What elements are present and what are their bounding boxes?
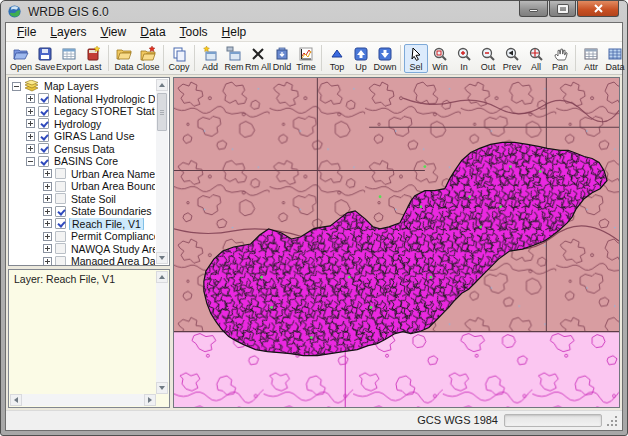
toolbar-button-rm-all[interactable]: Rm All — [246, 44, 270, 73]
tree-item-giras[interactable]: GIRAS Land Use — [12, 130, 155, 143]
resize-grip-icon[interactable] — [606, 415, 619, 428]
toolbar-button-down[interactable]: Down — [373, 44, 397, 73]
toolbar-button-last[interactable]: Last — [81, 44, 105, 73]
toolbar-button-dnld[interactable]: Dnld — [270, 44, 294, 73]
expand-icon[interactable] — [26, 119, 35, 128]
layer-checkbox[interactable] — [38, 131, 49, 142]
toolbar-button-open[interactable]: Open — [9, 44, 33, 73]
scroll-up-arrow-icon[interactable] — [156, 271, 168, 283]
tree-item-label: Urban Area Names — [69, 168, 155, 180]
tree-item-urban-boundaries[interactable]: Urban Area Boundaries — [12, 180, 155, 193]
map-canvas[interactable] — [174, 78, 619, 407]
tree-item-reach-file[interactable]: Reach File, V1 — [12, 218, 155, 231]
menu-bar: File Layers View Data Tools Help — [6, 23, 622, 42]
toolbar-button-attr[interactable]: Attr — [579, 44, 603, 73]
menu-tools[interactable]: Tools — [173, 24, 215, 40]
tree-item-nhd[interactable]: National Hydrologic Dataset — [12, 93, 155, 106]
toolbar-button-export[interactable]: Export — [57, 44, 81, 73]
info-vertical-scrollbar[interactable] — [156, 271, 168, 394]
layer-checkbox[interactable] — [55, 256, 66, 266]
last-icon — [85, 46, 101, 62]
tree-item-managed-area[interactable]: Managed Area Databas — [12, 255, 155, 266]
tree-item-label: National Hydrologic Dataset — [52, 93, 155, 105]
expand-icon[interactable] — [43, 232, 52, 241]
layer-checkbox[interactable] — [38, 118, 49, 129]
expand-icon[interactable] — [43, 194, 52, 203]
expand-icon[interactable] — [26, 144, 35, 153]
scrollbar-thumb[interactable] — [157, 93, 167, 131]
toolbar-button-data-table[interactable]: Data — [603, 44, 627, 73]
toolbar-button-sel[interactable]: Sel — [404, 44, 428, 73]
toolbar-button-time[interactable]: Time — [294, 44, 318, 73]
toolbar-button-add[interactable]: Add — [198, 44, 222, 73]
expand-icon[interactable] — [43, 182, 52, 191]
expand-icon[interactable] — [43, 169, 52, 178]
toolbar-button-pan[interactable]: Pan — [548, 44, 572, 73]
toolbar-button-out[interactable]: Out — [476, 44, 500, 73]
expand-icon[interactable] — [26, 132, 35, 141]
collapse-icon[interactable] — [12, 82, 21, 91]
layer-checkbox[interactable] — [38, 143, 49, 154]
menu-view[interactable]: View — [93, 24, 133, 40]
scroll-right-arrow-icon[interactable] — [144, 394, 156, 406]
expand-icon[interactable] — [43, 219, 52, 228]
info-horizontal-scrollbar[interactable] — [10, 394, 156, 406]
tree-item-basins-core[interactable]: BASINS Core — [12, 155, 155, 168]
layer-checkbox[interactable] — [55, 193, 66, 204]
scroll-left-arrow-icon[interactable] — [10, 394, 22, 406]
title-bar[interactable]: WRDB GIS 6.0 — [1, 1, 627, 22]
toolbar-label: Top — [330, 62, 345, 72]
layer-checkbox[interactable] — [55, 231, 66, 242]
menu-layers[interactable]: Layers — [43, 24, 93, 40]
layer-checkbox[interactable] — [55, 218, 66, 229]
toolbar-button-all[interactable]: All — [524, 44, 548, 73]
toolbar-button-copy[interactable]: Copy — [167, 44, 191, 73]
scroll-down-arrow-icon[interactable] — [156, 382, 168, 394]
collapse-icon[interactable] — [26, 157, 35, 166]
toolbar-button-save[interactable]: Save — [33, 44, 57, 73]
tree-item-urban-names[interactable]: Urban Area Names — [12, 168, 155, 181]
toolbar-button-data-folder[interactable]: Data — [112, 44, 136, 73]
expand-icon[interactable] — [43, 207, 52, 216]
tree-item-state-soil[interactable]: State Soil — [12, 193, 155, 206]
menu-file[interactable]: File — [10, 24, 43, 40]
toolbar-button-up[interactable]: Up — [349, 44, 373, 73]
zoom-in-icon — [456, 46, 472, 62]
minimize-button[interactable] — [519, 1, 548, 17]
maximize-button[interactable] — [549, 1, 576, 17]
tree-item-permit-compliance[interactable]: Permit Compliance Sys — [12, 230, 155, 243]
menu-help[interactable]: Help — [215, 24, 254, 40]
tree-item-label: GIRAS Land Use — [52, 130, 137, 142]
layer-checkbox[interactable] — [38, 156, 49, 167]
layer-checkbox[interactable] — [38, 106, 49, 117]
toolbar-button-in[interactable]: In — [452, 44, 476, 73]
close-button[interactable] — [577, 1, 619, 17]
tree-item-state-boundaries[interactable]: State Boundaries — [12, 205, 155, 218]
tree-item-census[interactable]: Census Data — [12, 143, 155, 156]
layer-checkbox[interactable] — [55, 243, 66, 254]
select-cursor-icon — [408, 46, 424, 62]
expand-icon[interactable] — [26, 94, 35, 103]
toolbar-button-close-folder[interactable]: Close — [136, 44, 160, 73]
expand-icon[interactable] — [43, 244, 52, 253]
layer-checkbox[interactable] — [55, 206, 66, 217]
menu-data[interactable]: Data — [133, 24, 172, 40]
tree-item-hydrology[interactable]: Hydrology — [12, 118, 155, 131]
expand-icon[interactable] — [26, 107, 35, 116]
tree-item-nawqa[interactable]: NAWQA Study Area Un — [12, 243, 155, 256]
toolbar-button-top[interactable]: Top — [325, 44, 349, 73]
tree-item-storet[interactable]: Legacy STORET Stations — [12, 105, 155, 118]
toolbar-button-rem[interactable]: Rem — [222, 44, 246, 73]
layer-checkbox[interactable] — [38, 93, 49, 104]
scroll-up-arrow-icon[interactable] — [156, 79, 168, 91]
toolbar-button-prev[interactable]: Prev — [500, 44, 524, 73]
zoom-all-icon — [528, 46, 544, 62]
toolbar-label: Up — [355, 62, 367, 72]
expand-icon[interactable] — [43, 257, 52, 266]
layer-checkbox[interactable] — [55, 181, 66, 192]
tree-scrollbar[interactable] — [156, 79, 168, 264]
layer-checkbox[interactable] — [55, 168, 66, 179]
scroll-down-arrow-icon[interactable] — [156, 252, 168, 264]
tree-item-map-layers[interactable]: Map Layers — [12, 80, 155, 93]
toolbar-button-win[interactable]: Win — [428, 44, 452, 73]
